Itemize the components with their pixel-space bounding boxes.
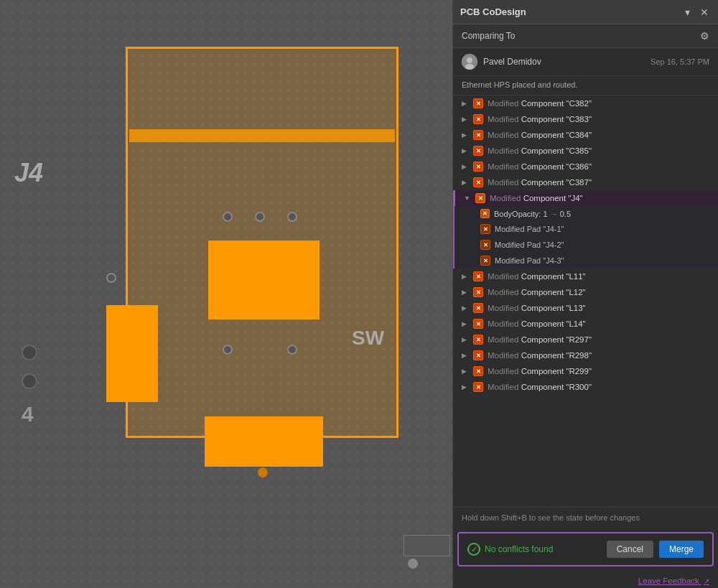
body-opacity-label: BodyOpacity: 1 → 0.5 xyxy=(494,210,571,218)
no-conflicts-label: No conflicts found xyxy=(485,544,553,554)
action-row: ✓ No conflicts found Cancel Merge xyxy=(467,541,704,558)
chevron-c386: ▶ xyxy=(462,163,469,170)
item-icon-c384: ✕ xyxy=(473,130,483,140)
svg-point-2 xyxy=(465,64,474,70)
item-label-r300: Modified Component "R300" xyxy=(488,383,709,391)
chevron-l13: ▶ xyxy=(462,304,469,312)
pcb-canvas: J4 4 SW xyxy=(0,0,452,588)
change-item-l14[interactable]: ▶ ✕ Modified Component "L14" xyxy=(453,316,718,332)
body-opacity-row: ✕ BodyOpacity: 1 → 0.5 xyxy=(454,206,718,221)
hint-text: Hold down Shift+B to see the state befor… xyxy=(453,507,718,528)
item-label-l11: Modified Component "L11" xyxy=(488,272,709,281)
avatar xyxy=(462,54,477,70)
commit-message: Ethernet HPS placed and routed. xyxy=(453,76,718,95)
chevron-c383: ▶ xyxy=(462,116,469,123)
body-opacity-icon: ✕ xyxy=(480,209,490,218)
bottom-component xyxy=(404,535,450,556)
pad-j4-3-label: Modified Pad "J4-3" xyxy=(495,256,564,265)
chevron-r300: ▶ xyxy=(462,383,469,391)
change-item-r300[interactable]: ▶ ✕ Modified Component "R300" xyxy=(453,379,718,395)
side-hole-1 xyxy=(106,273,116,283)
item-icon-r297: ✕ xyxy=(473,335,483,345)
change-item-c386[interactable]: ▶ ✕ Modified Component "C386" xyxy=(453,159,718,174)
change-item-l12[interactable]: ▶ ✕ Modified Component "L12" xyxy=(453,284,718,300)
item-label-c387: Modified Component "C387" xyxy=(488,178,709,187)
chevron-l14: ▶ xyxy=(462,320,469,327)
mounting-hole-2 xyxy=(287,212,297,222)
item-label-l13: Modified Component "L13" xyxy=(488,304,709,312)
settings-button[interactable]: ⚙ xyxy=(700,30,709,42)
titlebar-icons: ▾ ✕ xyxy=(683,7,711,17)
pad-j4-1-icon: ✕ xyxy=(480,224,490,234)
component-j4-bottom-block xyxy=(205,416,323,467)
num4-label: 4 xyxy=(22,402,34,426)
item-label-c385: Modified Component "C385" xyxy=(488,146,709,155)
item-icon-j4: ✕ xyxy=(475,193,485,203)
change-item-pad-j4-3[interactable]: ✕ Modified Pad "J4-3" xyxy=(454,253,718,269)
change-item-c387[interactable]: ▶ ✕ Modified Component "C387" xyxy=(453,174,718,190)
change-item-pad-j4-1[interactable]: ✕ Modified Pad "J4-1" xyxy=(454,221,718,237)
check-icon: ✓ xyxy=(467,543,480,556)
pad-j4-1-label: Modified Pad "J4-1" xyxy=(495,225,564,233)
user-info: Pavel Demidov xyxy=(462,54,541,70)
item-icon-l12: ✕ xyxy=(473,287,483,297)
item-icon-l14: ✕ xyxy=(473,319,483,329)
item-label-l14: Modified Component "L14" xyxy=(488,319,709,328)
item-icon-c382: ✕ xyxy=(473,98,483,108)
mounting-hole-3 xyxy=(255,212,265,222)
item-icon-c387: ✕ xyxy=(473,177,483,187)
external-link-icon: ↗ xyxy=(704,577,709,585)
button-group: Cancel Merge xyxy=(607,541,704,558)
leave-feedback-link[interactable]: Leave Feedback ↗ xyxy=(453,571,718,588)
change-item-r299[interactable]: ▶ ✕ Modified Component "R299" xyxy=(453,363,718,379)
side-panel: PCB CoDesign ▾ ✕ Comparing To ⚙ Pavel De… xyxy=(452,0,718,588)
chevron-c384: ▶ xyxy=(462,131,469,139)
user-name: Pavel Demidov xyxy=(483,57,541,67)
item-icon-l11: ✕ xyxy=(473,271,483,281)
mounting-hole-1 xyxy=(223,212,233,222)
panel-title: PCB CoDesign xyxy=(460,6,526,17)
change-item-pad-j4-2[interactable]: ✕ Modified Pad "J4-2" xyxy=(454,237,718,253)
chevron-c382: ▶ xyxy=(462,100,469,107)
sw-label: SW xyxy=(352,327,384,350)
change-item-c384[interactable]: ▶ ✕ Modified Component "C384" xyxy=(453,127,718,143)
item-icon-l13: ✕ xyxy=(473,303,483,313)
mounting-hole-4 xyxy=(223,345,233,355)
timestamp: Sep 16, 5:37 PM xyxy=(651,57,709,66)
user-row: Pavel Demidov Sep 16, 5:37 PM xyxy=(453,48,718,76)
close-button[interactable]: ✕ xyxy=(698,7,711,17)
j4-children: ✕ BodyOpacity: 1 → 0.5 ✕ Modified Pad "J… xyxy=(453,206,718,269)
change-item-l13[interactable]: ▶ ✕ Modified Component "L13" xyxy=(453,300,718,316)
change-item-r297[interactable]: ▶ ✕ Modified Component "R297" xyxy=(453,332,718,347)
pin-button[interactable]: ▾ xyxy=(683,7,692,17)
cancel-button[interactable]: Cancel xyxy=(607,541,653,558)
item-label-c386: Modified Component "C386" xyxy=(488,162,709,171)
change-item-r298[interactable]: ▶ ✕ Modified Component "R298" xyxy=(453,347,718,363)
item-label-r299: Modified Component "R299" xyxy=(488,367,709,375)
item-icon-c383: ✕ xyxy=(473,114,483,124)
merge-button[interactable]: Merge xyxy=(659,541,704,558)
chevron-c385: ▶ xyxy=(462,147,469,154)
item-icon-c386: ✕ xyxy=(473,162,483,172)
chevron-c387: ▶ xyxy=(462,179,469,186)
pad-j4-3-icon: ✕ xyxy=(480,256,490,266)
component-j4-center-block xyxy=(208,241,320,319)
item-icon-r298: ✕ xyxy=(473,350,483,360)
chevron-r298: ▶ xyxy=(462,352,469,359)
panel-titlebar: PCB CoDesign ▾ ✕ xyxy=(453,0,718,24)
change-item-c382[interactable]: ▶ ✕ Modified Component "C382" xyxy=(453,95,718,111)
item-label-l12: Modified Component "L12" xyxy=(488,288,709,297)
chevron-j4: ▼ xyxy=(464,195,471,202)
comparing-header: Comparing To ⚙ xyxy=(453,24,718,48)
bottom-actions-panel: ✓ No conflicts found Cancel Merge xyxy=(457,532,714,566)
chevron-l11: ▶ xyxy=(462,273,469,280)
change-item-j4[interactable]: ▼ ✕ Modified Component "J4" xyxy=(453,190,718,206)
change-item-l11[interactable]: ▶ ✕ Modified Component "L11" xyxy=(453,269,718,284)
changes-list[interactable]: ▶ ✕ Modified Component "C382" ▶ ✕ Modifi… xyxy=(453,95,718,507)
comparing-label: Comparing To xyxy=(462,31,515,41)
change-item-c383[interactable]: ▶ ✕ Modified Component "C383" xyxy=(453,111,718,127)
chevron-r297: ▶ xyxy=(462,336,469,343)
change-item-c385[interactable]: ▶ ✕ Modified Component "C385" xyxy=(453,143,718,159)
item-icon-c385: ✕ xyxy=(473,146,483,156)
component-j4-left-block xyxy=(106,305,158,402)
